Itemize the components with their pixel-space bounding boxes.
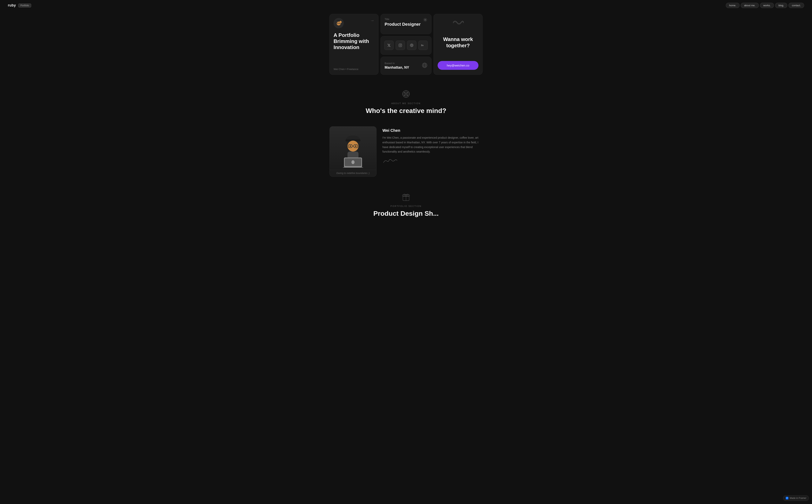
signature xyxy=(382,157,399,166)
svg-rect-14 xyxy=(399,44,402,47)
location-value: Manhattan, NY xyxy=(385,66,409,70)
nav-link-contact[interactable]: contact. xyxy=(788,3,804,8)
wavy-icon xyxy=(452,19,464,27)
nav-link-blog[interactable]: blog. xyxy=(775,3,787,8)
portfolio-section-title: Product Design Sh... xyxy=(4,210,808,217)
intro-card: → A Portfolio Brimming with Innovation W… xyxy=(329,14,379,75)
nav-logo[interactable]: ruby xyxy=(8,3,16,7)
avatar xyxy=(334,18,344,28)
behance-button[interactable]: Be xyxy=(418,41,428,50)
geo-icon xyxy=(4,90,808,99)
about-divider: ABOUT ME SECTION Who's the creative mind… xyxy=(0,78,812,120)
work-card: Wanna work together? hey@weichen.co xyxy=(433,14,483,75)
about-section: Daring to redefine boundaries :) Wei Che… xyxy=(326,120,486,183)
framer-logo: F xyxy=(786,497,788,499)
avatar-cartoon xyxy=(337,128,369,168)
twitter-button[interactable] xyxy=(384,41,394,50)
nav-left: ruby Portfolio xyxy=(8,3,31,7)
framer-label: Made in Framer xyxy=(790,497,806,499)
section-about-title: Who's the creative mind? xyxy=(4,107,808,115)
intro-card-top: → xyxy=(334,18,374,28)
about-image-card: Daring to redefine boundaries :) xyxy=(329,126,377,177)
navigation: ruby Portfolio home.about me.works.blog.… xyxy=(0,0,812,11)
location-content: Based In Manhattan, NY xyxy=(385,62,409,70)
svg-point-16 xyxy=(401,45,401,45)
svg-point-38 xyxy=(355,146,356,147)
svg-point-15 xyxy=(400,45,401,46)
nav-link-works[interactable]: works. xyxy=(760,3,774,8)
portfolio-section-label: PORTFOLIO SECTION xyxy=(4,205,808,207)
about-bio: I'm Wei Chen, a passionate and experienc… xyxy=(382,136,483,154)
star-icon xyxy=(423,18,427,23)
about-content: Daring to redefine boundaries :) Wei Che… xyxy=(329,126,483,177)
about-caption: Daring to redefine boundaries :) xyxy=(330,170,376,176)
location-card: Based In Manhattan, NY xyxy=(380,57,432,75)
portfolio-divider: PORTFOLIO SECTION Product Design Sh... xyxy=(0,183,812,223)
avatar-image xyxy=(334,18,344,28)
arrow-icon: → xyxy=(370,18,374,23)
dribbble-button[interactable] xyxy=(407,41,416,50)
about-text: Wei Chen I'm Wei Chen, a passionate and … xyxy=(382,126,483,165)
email-button[interactable]: hey@weichen.co xyxy=(438,61,478,70)
svg-text:Be: Be xyxy=(421,44,424,46)
nav-badge: Portfolio xyxy=(18,4,31,7)
nav-link-about[interactable]: about me. xyxy=(741,3,759,8)
made-in-framer[interactable]: F Made in Framer xyxy=(783,495,809,501)
intro-title: A Portfolio Brimming with Innovation xyxy=(334,32,374,65)
svg-point-5 xyxy=(339,23,340,24)
svg-point-37 xyxy=(350,146,351,147)
title-label: Title xyxy=(385,18,421,21)
nav-links: home.about me.works.blog.contact. xyxy=(726,3,804,8)
section-about-label: ABOUT ME SECTION xyxy=(4,102,808,105)
svg-point-42 xyxy=(351,160,355,164)
svg-point-4 xyxy=(338,23,338,24)
intro-author: Wei Chen • Freelance xyxy=(334,65,374,71)
title-content: Title Product Designer xyxy=(385,18,421,27)
about-image xyxy=(330,126,376,170)
about-name: Wei Chen xyxy=(382,128,483,133)
nav-link-home[interactable]: home. xyxy=(726,3,740,8)
title-card: Title Product Designer xyxy=(380,14,432,34)
work-heading: Wanna work together? xyxy=(438,29,478,56)
portfolio-icon xyxy=(4,192,808,202)
hero-section: → A Portfolio Brimming with Innovation W… xyxy=(326,11,486,78)
title-value: Product Designer xyxy=(385,22,421,27)
instagram-button[interactable] xyxy=(396,41,405,50)
social-card: Be xyxy=(380,36,432,55)
globe-icon xyxy=(422,63,427,69)
svg-rect-43 xyxy=(343,167,363,168)
location-label: Based In xyxy=(385,62,409,65)
